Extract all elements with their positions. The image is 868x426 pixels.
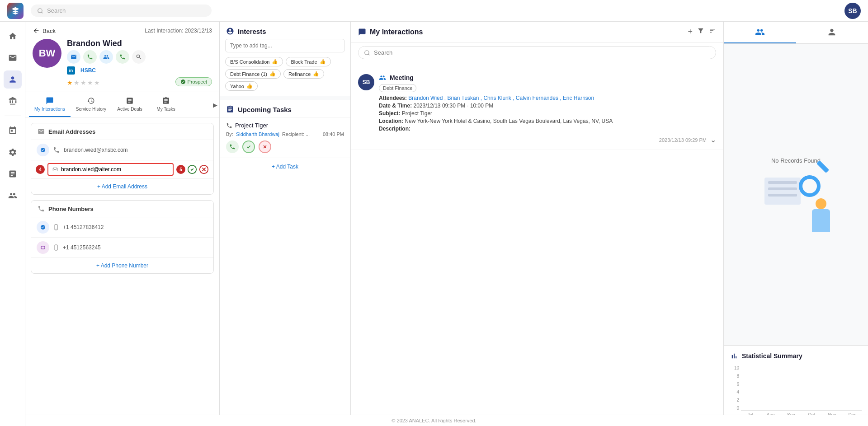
svg-rect-1: [53, 168, 57, 171]
email-value-1: brandon.wied@xhsbc.com: [64, 147, 128, 153]
far-tab-person[interactable]: [796, 22, 868, 43]
tag-like-4[interactable]: 👍: [246, 83, 253, 89]
task-meta-0: By: Siddharth Bhardwaj Recipient: ... 08…: [226, 131, 344, 137]
linkedin-icon[interactable]: in: [67, 66, 75, 75]
tag-like-0[interactable]: 👍: [272, 59, 278, 65]
filter-interactions-button[interactable]: [697, 27, 704, 37]
tab-active-deals[interactable]: Active Deals: [112, 92, 148, 117]
search-interactions-input[interactable]: [374, 49, 710, 56]
sidebar-item-reports[interactable]: [4, 165, 22, 183]
tag-like-2[interactable]: 👍: [269, 71, 276, 77]
contact-company-row: in HSBC: [67, 66, 212, 75]
interaction-item-0: SB Meeting Debt Finance Attendees: Brand…: [351, 69, 723, 150]
phone-action-button[interactable]: [83, 50, 97, 64]
sort-interactions-button[interactable]: [709, 27, 716, 37]
star-4: ★: [87, 79, 93, 86]
tab-my-interactions[interactable]: My Interactions: [29, 92, 71, 117]
tag-like-1[interactable]: 👍: [320, 59, 326, 65]
search-box[interactable]: [358, 46, 716, 59]
search-interactions: [351, 42, 723, 63]
contact-tabs: My Interactions Service History Active D…: [25, 92, 219, 117]
task-close-button[interactable]: [259, 140, 271, 153]
email-row-2-outer: 4 5: [36, 163, 209, 176]
interaction-tag-0: Debt Finance: [379, 84, 416, 92]
email-section-header: Email Addresses: [31, 123, 213, 140]
middle-panel: Interests B/S Consolidation 👍 Block Trad…: [220, 22, 351, 426]
email-action-button[interactable]: [67, 50, 80, 64]
phone-icon-2: [37, 241, 49, 254]
svg-rect-4: [55, 225, 57, 230]
upcoming-tasks-title: Upcoming Tasks: [220, 100, 350, 117]
add-phone-button[interactable]: + Add Phone Number: [31, 257, 213, 273]
no-records-illustration: [760, 173, 832, 232]
subject-field: Subject: Project Tiger: [379, 110, 716, 117]
sidebar-item-email[interactable]: [4, 49, 22, 67]
interactions-panel: My Interactions +: [351, 22, 723, 426]
star-5: ★: [94, 79, 100, 86]
sidebar-item-calendar[interactable]: [4, 122, 22, 140]
email-section-title: Email Addresses: [48, 128, 95, 135]
tags-container: B/S Consolidation 👍 Block Trade 👍 Debt F…: [220, 57, 350, 91]
task-check-button[interactable]: [242, 140, 255, 153]
interaction-row-0: SB Meeting Debt Finance Attendees: Brand…: [358, 74, 716, 144]
tag-refinance[interactable]: Refinance 👍: [283, 69, 325, 79]
tab-service-history[interactable]: Service History: [71, 92, 112, 117]
svg-point-5: [56, 229, 56, 229]
prospect-badge: Prospect: [175, 77, 212, 86]
confirm-edit-button[interactable]: [187, 164, 197, 174]
illus-person: [807, 198, 830, 232]
phone-section: Phone Numbers +1 45127836412 +1 45125632…: [31, 200, 214, 274]
expand-interaction-button[interactable]: ⌄: [710, 136, 716, 144]
task-actions: [226, 140, 344, 153]
tag-block-trade[interactable]: Block Trade 👍: [286, 57, 330, 66]
interactions-title: My Interactions: [358, 28, 423, 36]
footer: © 2023 ANALEC. All Rights Reserved.: [0, 415, 868, 426]
phone-row-2: +1 4512563245: [31, 237, 213, 257]
interaction-title-row-0: Meeting: [379, 74, 716, 81]
top-nav: Search SB: [0, 0, 868, 22]
email-icon-personal: [37, 144, 49, 156]
task-by: Siddharth Bhardwaj: [236, 131, 279, 137]
interaction-date-0: 2023/12/13 09:29 PM: [659, 137, 707, 143]
step-badge-4: 4: [36, 165, 45, 174]
tag-like-3[interactable]: 👍: [313, 71, 319, 77]
sidebar-item-contacts[interactable]: [4, 70, 22, 89]
tag-debt-finance[interactable]: Debt Finance (1) 👍: [225, 69, 281, 79]
location-field: Location: New York-New York Hotel & Casi…: [379, 118, 716, 124]
interaction-avatar-0: SB: [358, 74, 374, 90]
contact-company[interactable]: HSBC: [80, 67, 96, 74]
far-tab-group[interactable]: [724, 22, 796, 43]
search-contact-button[interactable]: [132, 50, 146, 64]
tag-bs-consolidation[interactable]: B/S Consolidation 👍: [225, 57, 283, 66]
global-search[interactable]: Search: [31, 5, 212, 17]
tab-my-tasks[interactable]: My Tasks: [148, 92, 184, 117]
tag-yahoo[interactable]: Yahoo 👍: [225, 81, 258, 91]
main-content: Back Last Interaction: 2023/12/13 BW Bra…: [25, 22, 868, 426]
group-action-button[interactable]: [99, 50, 113, 64]
sidebar-item-home[interactable]: [4, 27, 22, 45]
task-item-0: Project Tiger By: Siddharth Bhardwaj Rec…: [220, 117, 350, 158]
add-interaction-button[interactable]: +: [688, 27, 693, 37]
back-button[interactable]: Back: [33, 27, 56, 34]
add-email-button[interactable]: + Add Email Address: [31, 178, 213, 194]
svg-point-8: [56, 249, 56, 249]
search-placeholder: Search: [47, 7, 66, 14]
tag-input[interactable]: [225, 39, 345, 52]
call-action-button[interactable]: [116, 50, 129, 64]
datetime-field: Date & Time: 2023/12/13 09:30 PM - 10:00…: [379, 103, 716, 109]
add-task-button[interactable]: + Add Task: [220, 158, 350, 175]
cancel-edit-button[interactable]: [199, 164, 209, 174]
tabs-next-arrow[interactable]: ▶: [213, 101, 217, 108]
sidebar-item-team[interactable]: [4, 187, 22, 205]
app-logo[interactable]: [7, 3, 24, 19]
interests-title: Interests: [220, 22, 350, 39]
task-call-button[interactable]: [226, 140, 239, 153]
chart-bars: [741, 365, 862, 411]
interactions-header-actions: +: [688, 27, 716, 37]
meeting-icon: [379, 74, 386, 81]
contact-details: Brandon Wied: [67, 39, 212, 86]
sidebar-item-settings[interactable]: [4, 143, 22, 161]
sidebar-item-bank[interactable]: [4, 92, 22, 110]
email-edit-input[interactable]: [61, 166, 169, 173]
user-avatar[interactable]: SB: [844, 3, 861, 19]
